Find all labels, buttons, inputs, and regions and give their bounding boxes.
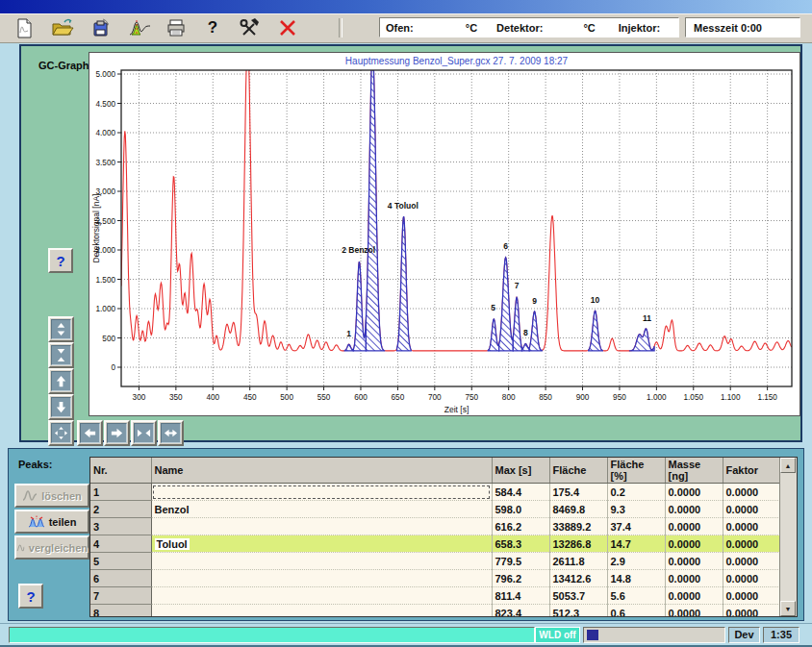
row-number-cell[interactable]: 3	[90, 518, 151, 535]
table-cell[interactable]	[151, 518, 492, 535]
table-cell[interactable]	[151, 570, 492, 587]
column-header-max[interactable]: Max [s]	[492, 458, 549, 484]
table-cell[interactable]: Benzol	[151, 501, 492, 518]
table-cell[interactable]: 8469.8	[549, 501, 607, 518]
svg-text:1.500: 1.500	[96, 276, 116, 285]
table-cell[interactable]: 13286.8	[549, 535, 607, 553]
row-number-cell[interactable]: 6	[90, 570, 151, 587]
table-cell[interactable]: 0.0000	[723, 570, 780, 587]
table-cell[interactable]: 0.0000	[723, 535, 780, 553]
table-cell[interactable]: 13412.6	[549, 570, 607, 587]
column-header-masse[interactable]: Masse [ng]	[665, 458, 723, 484]
time-field: 1:35	[763, 627, 799, 643]
column-header-flaeche-pct[interactable]: Fläche [%]	[607, 458, 665, 484]
table-cell[interactable]	[151, 605, 492, 618]
loeschen-button[interactable]: löschen	[14, 484, 89, 508]
table-scrollbar[interactable]: ▲ ▼	[779, 458, 797, 616]
table-cell[interactable]: 0.2	[607, 484, 665, 501]
table-cell[interactable]: 33889.2	[549, 518, 607, 535]
table-cell[interactable]: 5053.7	[549, 587, 607, 605]
table-cell[interactable]: 0.0000	[665, 587, 723, 605]
table-cell[interactable]: 796.2	[492, 570, 549, 587]
table-cell[interactable]: 0.0000	[665, 535, 723, 553]
table-cell[interactable]: 0.0000	[665, 518, 723, 535]
table-cell[interactable]: 175.4	[549, 484, 607, 501]
help-icon[interactable]: ?	[200, 16, 225, 39]
scroll-down-button[interactable]: ▼	[780, 601, 796, 616]
row-number-cell[interactable]: 2	[90, 501, 151, 518]
table-cell[interactable]: 616.2	[492, 518, 549, 535]
table-cell[interactable]: 2611.8	[549, 553, 607, 570]
scroll-up-button[interactable]: ▲	[780, 458, 796, 473]
pan-left-button[interactable]	[77, 420, 103, 446]
status-bar: WLD off Dev 1:35	[0, 623, 812, 647]
table-cell[interactable]: 0.0000	[723, 501, 780, 518]
teilen-label: teilen	[49, 516, 77, 528]
table-cell[interactable]: 37.4	[607, 518, 665, 535]
chromatogram-chart[interactable]: 12 Benzol4 Toluol56789101130035040045050…	[89, 52, 800, 416]
table-cell[interactable]: 0.0000	[723, 605, 780, 618]
table-cell[interactable]: 584.4	[492, 484, 549, 501]
row-number-cell[interactable]: 1	[90, 484, 151, 501]
table-cell[interactable]	[151, 484, 492, 501]
expand-horizontal-button[interactable]	[158, 420, 184, 446]
column-header-name[interactable]: Name	[151, 458, 492, 484]
table-cell[interactable]: 0.6	[607, 605, 665, 618]
table-cell[interactable]: 598.0	[492, 501, 549, 518]
table-cell[interactable]	[151, 553, 492, 570]
table-cell[interactable]: 0.0000	[723, 553, 780, 570]
table-cell[interactable]: 0.0000	[723, 484, 780, 501]
column-header-nr[interactable]: Nr.	[90, 458, 151, 484]
table-cell[interactable]: 658.3	[492, 535, 549, 553]
save-clipboard-icon[interactable]	[89, 16, 114, 39]
table-row: 4Toluol658.313286.814.70.00000.0000	[90, 535, 780, 553]
table-cell[interactable]: 5.6	[607, 587, 665, 605]
table-cell[interactable]: 512.3	[549, 605, 607, 618]
table-cell[interactable]	[151, 587, 492, 605]
table-cell[interactable]: 779.5	[492, 553, 549, 570]
temperature-fields[interactable]: Ofen: °C Detektor: °C Injektor: °C	[379, 17, 679, 37]
table-cell[interactable]: 823.4	[492, 605, 549, 618]
abort-icon[interactable]	[275, 16, 300, 39]
title-bar[interactable]	[0, 0, 812, 13]
open-file-icon[interactable]	[50, 16, 75, 39]
row-number-cell[interactable]: 8	[90, 605, 151, 618]
svg-text:1.050: 1.050	[684, 393, 704, 402]
new-file-icon[interactable]	[12, 16, 37, 39]
tools-icon[interactable]	[237, 16, 262, 39]
compress-horizontal-button[interactable]	[131, 420, 157, 446]
teilen-button[interactable]: teilen	[14, 510, 89, 534]
graph-help-button[interactable]: ?	[48, 248, 73, 273]
wld-indicator[interactable]: WLD off	[535, 627, 580, 643]
peaks-help-button[interactable]: ?	[18, 584, 43, 609]
table-cell[interactable]: 2.9	[607, 553, 665, 570]
compress-vertical-button[interactable]	[48, 342, 74, 368]
chromatogram-icon[interactable]	[127, 16, 152, 39]
table-row: 3616.233889.237.40.00000.0000	[90, 518, 780, 535]
print-icon[interactable]	[164, 16, 189, 39]
table-cell[interactable]: 0.0000	[665, 570, 723, 587]
column-header-flaeche[interactable]: Fläche	[549, 458, 607, 484]
column-header-faktor[interactable]: Faktor	[723, 458, 780, 484]
table-cell[interactable]: 0.0000	[723, 587, 780, 605]
table-cell[interactable]: 9.3	[607, 501, 665, 518]
table-cell[interactable]: 0.0000	[665, 553, 723, 570]
table-cell[interactable]: 0.0000	[723, 518, 780, 535]
table-cell[interactable]: 0.0000	[665, 484, 723, 501]
table-cell[interactable]: Toluol	[151, 535, 492, 553]
table-cell[interactable]: 811.4	[492, 587, 549, 605]
table-cell[interactable]: 0.0000	[665, 501, 723, 518]
vergleichen-button[interactable]: vergleichen	[14, 535, 89, 560]
integrated-peak-7	[513, 297, 521, 351]
pan-right-button[interactable]	[104, 420, 130, 446]
pan-up-button[interactable]	[48, 368, 74, 394]
table-cell[interactable]: 14.7	[607, 535, 665, 553]
expand-vertical-button[interactable]	[48, 316, 74, 342]
table-cell[interactable]: 14.8	[607, 570, 665, 587]
table-cell[interactable]: 0.0000	[665, 605, 723, 618]
row-number-cell[interactable]: 4	[90, 535, 151, 553]
pan-all-button[interactable]	[48, 420, 74, 446]
pan-down-button[interactable]	[48, 394, 74, 420]
row-number-cell[interactable]: 5	[90, 553, 151, 570]
row-number-cell[interactable]: 7	[90, 587, 151, 605]
